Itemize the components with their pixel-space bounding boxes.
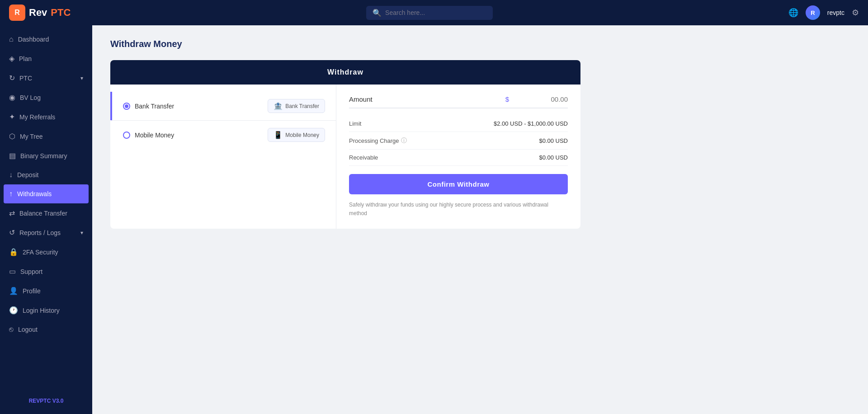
withdraw-header: Withdraw	[110, 60, 580, 85]
chevron-icon: ▾	[80, 230, 83, 236]
security-note: Safely withdraw your funds using our hig…	[349, 201, 568, 218]
sidebar-item-logout[interactable]: ⎋ Logout	[0, 320, 92, 339]
processing-charge-info-icon: ⓘ	[401, 136, 407, 145]
limit-label: Limit	[349, 120, 361, 127]
sidebar-icon-reports-logs: ↺	[9, 228, 15, 237]
logo-rev: Rev	[29, 7, 47, 19]
amount-input[interactable]	[514, 95, 568, 103]
badge-label-mobile-money: Mobile Money	[285, 132, 319, 138]
processing-charge-row: Processing Charge ⓘ $0.00 USD	[349, 132, 568, 150]
globe-icon[interactable]: 🌐	[788, 8, 798, 18]
sidebar-label-deposit: Deposit	[17, 171, 38, 179]
methods-panel: Bank Transfer 🏦 Bank Transfer Mobile Mon…	[110, 85, 336, 229]
sidebar-icon-login-history: 🕐	[9, 306, 18, 315]
sidebar-item-bv-log[interactable]: ◉ BV Log	[0, 88, 92, 107]
sidebar-label-ptc: PTC	[19, 75, 32, 82]
sidebar-icon-binary-summary: ▤	[9, 151, 16, 160]
sidebar-icon-withdrawals: ↑	[9, 190, 13, 198]
sidebar-item-binary-summary[interactable]: ▤ Binary Summary	[0, 146, 92, 165]
sidebar-item-ptc[interactable]: ↻ PTC ▾	[0, 68, 92, 88]
sidebar-icon-profile: 👤	[9, 287, 18, 295]
method-name-mobile-money: Mobile Money	[135, 132, 174, 139]
radio-bank-transfer	[123, 103, 130, 110]
receivable-row: Receivable $0.00 USD	[349, 150, 568, 166]
sidebar-icon-bv-log: ◉	[9, 93, 15, 102]
sidebar-label-dashboard: Dashboard	[18, 36, 49, 43]
sidebar-item-login-history[interactable]: 🕐 Login History	[0, 301, 92, 320]
method-left-bank-transfer: Bank Transfer	[123, 103, 174, 110]
amount-label: Amount	[349, 95, 505, 103]
main-content: Withdraw Money Withdraw Bank Transfer 🏦 …	[92, 25, 868, 414]
sidebar-icon-2fa-security: 🔒	[9, 248, 18, 256]
sidebar-icon-my-tree: ⬡	[9, 132, 15, 141]
processing-charge-value: $0.00 USD	[539, 137, 568, 144]
limit-value: $2.00 USD - $1,000.00 USD	[494, 120, 568, 127]
sidebar-icon-deposit: ↓	[9, 171, 13, 179]
limit-row: Limit $2.00 USD - $1,000.00 USD	[349, 116, 568, 132]
sidebar-version: REVPTC V3.0	[0, 392, 92, 409]
sidebar-item-balance-transfer[interactable]: ⇄ Balance Transfer	[0, 203, 92, 223]
logo-icon: R	[9, 5, 25, 21]
sidebar-item-2fa-security[interactable]: 🔒 2FA Security	[0, 242, 92, 262]
sidebar-icon-balance-transfer: ⇄	[9, 209, 15, 217]
username-label: revptc	[827, 9, 844, 16]
radio-mobile-money	[123, 132, 130, 139]
badge-label-bank-transfer: Bank Transfer	[285, 103, 319, 109]
sidebar-item-deposit[interactable]: ↓ Deposit	[0, 165, 92, 184]
sidebar-item-reports-logs[interactable]: ↺ Reports / Logs ▾	[0, 223, 92, 242]
method-badge-bank-transfer: 🏦 Bank Transfer	[268, 99, 325, 113]
badge-icon-bank-transfer: 🏦	[274, 102, 283, 110]
sidebar-icon-plan: ◈	[9, 54, 14, 63]
chevron-icon: ▾	[80, 75, 83, 81]
logo: R RevPTC	[9, 5, 71, 21]
withdraw-card: Withdraw Bank Transfer 🏦 Bank Transfer M…	[110, 60, 580, 229]
avatar: R	[806, 5, 820, 20]
method-badge-mobile-money: 📱 Mobile Money	[268, 128, 325, 142]
sidebar-label-plan: Plan	[19, 55, 32, 62]
sidebar-icon-ptc: ↻	[9, 74, 15, 82]
withdraw-body: Bank Transfer 🏦 Bank Transfer Mobile Mon…	[110, 85, 580, 229]
sidebar-label-login-history: Login History	[23, 307, 60, 314]
amount-dollar-symbol: $	[505, 95, 509, 103]
confirm-withdraw-button[interactable]: Confirm Withdraw	[349, 174, 568, 194]
search-icon: 🔍	[373, 9, 382, 17]
sidebar-item-my-tree[interactable]: ⬡ My Tree	[0, 127, 92, 146]
receivable-label: Receivable	[349, 154, 378, 161]
sidebar-item-my-referrals[interactable]: ✦ My Referrals	[0, 107, 92, 127]
search-input[interactable]	[385, 9, 486, 16]
sidebar-icon-my-referrals: ✦	[9, 113, 15, 121]
gear-icon[interactable]: ⚙	[852, 8, 859, 18]
sidebar-label-support: Support	[20, 268, 42, 275]
processing-charge-label: Processing Charge ⓘ	[349, 136, 407, 145]
method-item-mobile-money[interactable]: Mobile Money 📱 Mobile Money	[110, 120, 336, 149]
amount-row: Amount $	[349, 95, 568, 108]
method-item-bank-transfer[interactable]: Bank Transfer 🏦 Bank Transfer	[110, 92, 336, 120]
sidebar-label-bv-log: BV Log	[20, 94, 41, 101]
search-bar[interactable]: 🔍	[366, 6, 493, 20]
badge-icon-mobile-money: 📱	[274, 131, 283, 139]
sidebar-item-dashboard[interactable]: ⌂ Dashboard	[0, 30, 92, 49]
receivable-value: $0.00 USD	[539, 154, 568, 161]
sidebar-label-reports-logs: Reports / Logs	[19, 229, 61, 236]
sidebar-label-balance-transfer: Balance Transfer	[19, 210, 67, 217]
sidebar-item-profile[interactable]: 👤 Profile	[0, 281, 92, 301]
sidebar-label-withdrawals: Withdrawals	[17, 190, 52, 198]
method-name-bank-transfer: Bank Transfer	[135, 103, 174, 110]
page-title: Withdraw Money	[110, 39, 850, 49]
topnav-right: 🌐 R revptc ⚙	[788, 5, 859, 20]
sidebar-label-my-referrals: My Referrals	[19, 113, 55, 121]
sidebar-label-logout: Logout	[18, 326, 38, 333]
sidebar-icon-support: ▭	[9, 267, 16, 276]
sidebar-label-binary-summary: Binary Summary	[20, 152, 67, 160]
sidebar-label-2fa-security: 2FA Security	[23, 249, 58, 256]
method-left-mobile-money: Mobile Money	[123, 132, 174, 139]
sidebar-label-my-tree: My Tree	[20, 133, 43, 140]
sidebar-icon-dashboard: ⌂	[9, 35, 14, 43]
sidebar-item-plan[interactable]: ◈ Plan	[0, 49, 92, 68]
logo-ptc: PTC	[51, 7, 71, 19]
form-panel: Amount $ Limit $2.00 USD - $1,000.00 USD…	[336, 85, 580, 229]
sidebar-item-withdrawals[interactable]: ↑ Withdrawals	[4, 184, 89, 203]
sidebar-label-profile: Profile	[23, 287, 41, 295]
sidebar-item-support[interactable]: ▭ Support	[0, 262, 92, 281]
topnav: R RevPTC 🔍 🌐 R revptc ⚙	[0, 0, 868, 25]
